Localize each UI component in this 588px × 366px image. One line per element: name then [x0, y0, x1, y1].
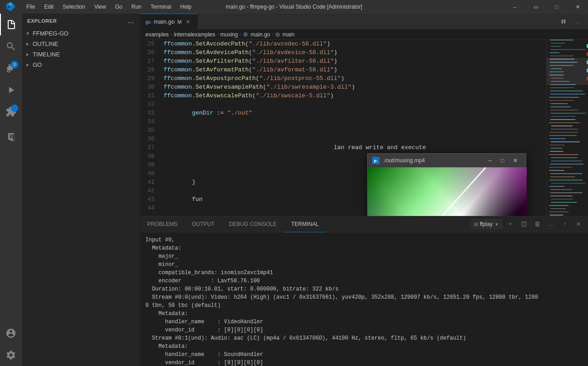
code-line-32: 32	[140, 100, 546, 109]
terminal-line-5: compatible_brands: isomiso2avc1mp41	[145, 269, 583, 277]
tab-filename: main.go	[154, 18, 174, 25]
filter-dropdown-icon: ▼	[494, 222, 499, 227]
settings-activity-icon[interactable]	[0, 344, 22, 366]
window-title: main.go - ffmpeg-go - Visual Studio Code…	[226, 4, 362, 10]
run-debug-activity-icon[interactable]	[0, 79, 22, 101]
breadcrumb-sep-1: ›	[170, 32, 172, 37]
extensions-badge	[11, 105, 18, 112]
testing-activity-icon[interactable]	[0, 126, 22, 148]
explorer-activity-icon[interactable]	[0, 14, 22, 35]
sidebar-item-go[interactable]: ► GO	[22, 60, 140, 70]
line-num-40: 40	[140, 169, 162, 178]
float-video-window[interactable]: ▶ ./out/muxing.mp4 – □ ✕	[367, 153, 526, 216]
line-num-30: 30	[140, 83, 162, 91]
extensions-activity-icon[interactable]	[0, 101, 22, 123]
split-editor-button[interactable]	[557, 15, 570, 28]
minimize-button[interactable]: –	[504, 0, 525, 14]
split-terminal-button[interactable]	[518, 218, 530, 230]
menu-view[interactable]: View	[90, 2, 110, 12]
close-panel-button[interactable]: ✕	[573, 218, 584, 230]
terminal-line-7: Duration: 00:00:10.01, start: 0.000000, …	[145, 285, 583, 293]
line-content-33: genDir := "./out"	[162, 109, 546, 117]
sidebar-go-label: GO	[33, 61, 42, 68]
arrow-icon: ►	[25, 52, 30, 57]
editor-area: 25 ffcommon.SetAvcodecPath("./lib/avcode…	[140, 40, 588, 216]
line-num-26: 26	[140, 48, 162, 57]
float-window-icon: ▶	[372, 157, 379, 164]
app-logo	[0, 2, 22, 11]
code-line-26: 26 ffcommon.SetAvdevicePath("./lib/avdev…	[140, 48, 546, 57]
line-num-37: 37	[140, 143, 162, 152]
source-control-activity-icon[interactable]: 2	[0, 57, 22, 79]
menu-go[interactable]: Go	[110, 2, 127, 12]
menu-terminal[interactable]: Terminal	[146, 2, 175, 12]
chevron-up-button[interactable]: ↑	[559, 218, 571, 230]
code-line-37: 37 lan read write and execute	[140, 143, 546, 152]
add-terminal-button[interactable]: +	[504, 218, 516, 230]
terminal-line-9: 0 tbn, 50 tbc (default)	[145, 301, 583, 310]
breadcrumb-internalexamples[interactable]: internalexamples	[174, 31, 215, 38]
account-activity-icon[interactable]	[0, 322, 22, 344]
tab-close-button[interactable]: ✕	[184, 18, 192, 25]
more-tabs-button[interactable]: …	[572, 15, 584, 28]
sidebar-header: EXPLORER …	[22, 14, 140, 28]
panel-tab-terminal[interactable]: TERMINAL	[284, 216, 326, 232]
panel-tab-output[interactable]: OUTPUT	[185, 216, 222, 232]
menu-file[interactable]: File	[22, 2, 40, 12]
go-file-icon: go	[145, 19, 151, 25]
line-content-28: ffcommon.SetAvformatPath("./lib/avformat…	[162, 65, 546, 74]
line-num-32: 32	[140, 100, 162, 109]
terminal-content[interactable]: Input #0, Metadata: major_ minor_ compat…	[140, 232, 588, 366]
breadcrumb-examples[interactable]: examples	[145, 31, 169, 38]
maximize-button[interactable]: □	[546, 0, 567, 14]
float-window-controls: – □ ✕	[484, 155, 521, 165]
line-num-27: 27	[140, 57, 162, 65]
breadcrumb-func[interactable]: main	[283, 31, 294, 38]
breadcrumb-muxing[interactable]: muxing	[220, 31, 238, 38]
close-button[interactable]: ✕	[567, 0, 588, 14]
restore-button[interactable]: ▭	[525, 0, 546, 14]
bottom-panel: PROBLEMS OUTPUT DEBUG CONSOLE TERMINAL ⊞…	[140, 216, 588, 366]
line-content-30: ffcommon.SetAvswresamplePath("./lib/swre…	[162, 83, 546, 91]
line-content-32	[162, 100, 546, 109]
code-line-30: 30 ffcommon.SetAvswresamplePath("./lib/s…	[140, 83, 546, 91]
line-num-31: 31	[140, 91, 162, 100]
activity-bar: 2	[0, 14, 22, 366]
editor-tab-main[interactable]: go main.go M ✕	[140, 14, 198, 30]
sidebar-timeline-label: TIMELINE	[33, 51, 60, 58]
line-num-28: 28	[140, 65, 162, 74]
sidebar-item-ffmpeg-go[interactable]: ▼ FFMPEG-GO	[22, 28, 140, 39]
sidebar-item-outline[interactable]: ► OUTLINE	[22, 39, 140, 49]
float-minimize-button[interactable]: –	[484, 155, 496, 165]
sidebar-more-button[interactable]: …	[127, 17, 134, 25]
menu-edit[interactable]: Edit	[40, 2, 58, 12]
terminal-line-8: Stream #0:0(und): Video: h264 (High) (av…	[145, 293, 583, 301]
menu-selection[interactable]: Selection	[58, 2, 90, 12]
panel-tab-debug[interactable]: DEBUG CONSOLE	[222, 216, 284, 232]
line-content-29: ffcommon.SetAvpostprocPath("./lib/postpr…	[162, 74, 546, 83]
sidebar-title: EXPLORER	[27, 18, 57, 24]
code-line-35: 35	[140, 126, 546, 135]
filter-label: ffplay	[480, 221, 493, 227]
terminal-filter[interactable]: ⊞ ffplay ▼	[470, 219, 503, 230]
sidebar-outline-label: OUTLINE	[33, 40, 58, 47]
sidebar-ffmpeg-label: FFMPEG-GO	[33, 30, 69, 37]
more-panel-button[interactable]: …	[545, 218, 557, 230]
search-activity-icon[interactable]	[0, 35, 22, 57]
arrow-icon: ►	[25, 62, 30, 67]
line-num-39: 39	[140, 160, 162, 169]
menu-run[interactable]: Run	[127, 2, 146, 12]
sidebar-item-timeline[interactable]: ► TIMELINE	[22, 49, 140, 60]
breadcrumb-file[interactable]: main.go	[251, 31, 270, 38]
tab-modified-indicator: M	[178, 19, 182, 25]
trash-terminal-button[interactable]	[532, 218, 543, 230]
menu-help[interactable]: Help	[176, 2, 196, 12]
titlebar: File Edit Selection View Go Run Terminal…	[0, 0, 588, 14]
float-restore-button[interactable]: □	[497, 155, 508, 165]
panel-tab-problems[interactable]: PROBLEMS	[140, 216, 185, 232]
tab-actions: …	[557, 15, 588, 28]
float-close-button[interactable]: ✕	[509, 155, 521, 165]
panel-tabs: PROBLEMS OUTPUT DEBUG CONSOLE TERMINAL ⊞…	[140, 216, 588, 232]
line-num-44: 44	[140, 204, 162, 212]
terminal-line-1: Input #0,	[145, 236, 583, 244]
